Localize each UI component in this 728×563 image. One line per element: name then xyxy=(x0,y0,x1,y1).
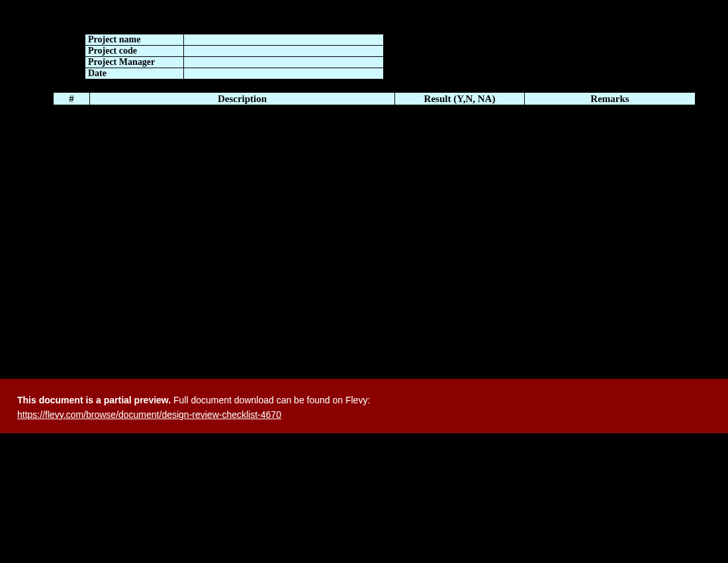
col-header-number: # xyxy=(54,93,90,105)
checklist-header-row: # Description Result (Y,N, NA) Remarks xyxy=(53,92,696,105)
info-row-project-name: Project name xyxy=(85,34,384,46)
project-info-table: Project name Project code Project Manage… xyxy=(85,34,384,79)
col-header-description: Description xyxy=(90,93,395,105)
preview-banner: This document is a partial preview. Full… xyxy=(0,379,728,433)
banner-line-1: This document is a partial preview. Full… xyxy=(17,395,711,405)
value-date xyxy=(184,68,384,79)
col-header-result: Result (Y,N, NA) xyxy=(395,93,525,105)
value-project-code xyxy=(184,46,384,57)
label-project-code: Project code xyxy=(85,46,184,57)
banner-bold-text: This document is a partial preview. xyxy=(17,395,171,405)
info-row-project-manager: Project Manager xyxy=(85,57,384,68)
value-project-name xyxy=(184,34,384,46)
document-page: Project name Project code Project Manage… xyxy=(0,0,728,563)
label-project-name: Project name xyxy=(85,34,184,46)
banner-link[interactable]: https://flevy.com/browse/document/design… xyxy=(17,409,281,420)
col-header-remarks: Remarks xyxy=(525,93,696,105)
info-row-project-code: Project code xyxy=(85,46,384,57)
label-project-manager: Project Manager xyxy=(85,57,184,68)
info-row-date: Date xyxy=(85,68,384,79)
value-project-manager xyxy=(184,57,384,68)
label-date: Date xyxy=(85,68,184,79)
banner-line-2: https://flevy.com/browse/document/design… xyxy=(17,409,711,420)
banner-rest-text: Full document download can be found on F… xyxy=(171,395,370,405)
